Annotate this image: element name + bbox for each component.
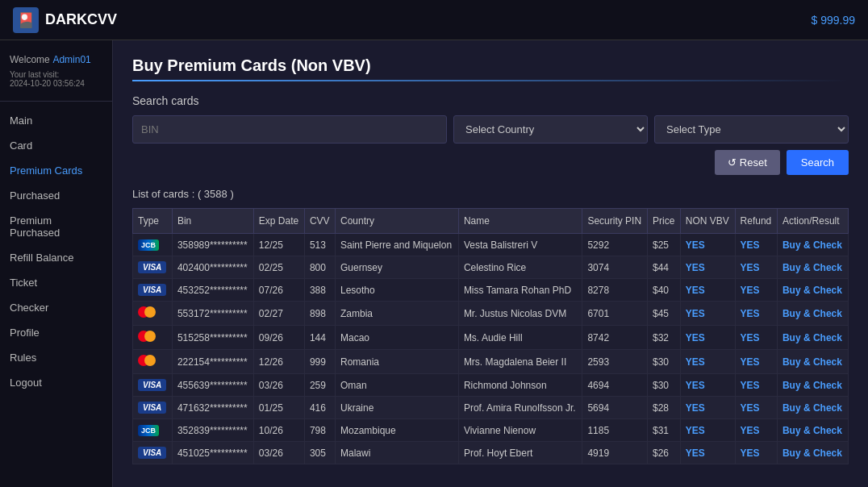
nonvbv-badge: YES [686, 262, 705, 273]
cell-name: Prof. Hoyt Ebert [458, 442, 582, 464]
cell-name: Ms. Audie Hill [458, 326, 582, 350]
nonvbv-badge: YES [686, 402, 705, 414]
cell-exp-date: 03/26 [253, 374, 304, 397]
visa-logo: VISA [138, 447, 166, 459]
buy-check-button[interactable]: Buy & Check [782, 239, 842, 251]
country-select[interactable]: Select Country [453, 115, 648, 144]
cell-exp-date: 12/26 [253, 350, 304, 374]
search-section-title: Search cards [132, 94, 849, 107]
cell-price: $45 [647, 302, 680, 326]
cell-security-pin: 5694 [582, 397, 648, 419]
sidebar-item-ticket[interactable]: Ticket [0, 270, 112, 295]
cell-bin: 402400********** [172, 256, 253, 279]
refund-badge: YES [741, 356, 760, 368]
cell-security-pin: 4919 [582, 442, 648, 464]
list-info: List of cards : ( 3588 ) [132, 188, 849, 200]
col-header-refund: Refund [735, 209, 777, 234]
cell-security-pin: 1185 [582, 419, 648, 442]
sidebar-item-refill-balance[interactable]: Refill Balance [0, 245, 112, 270]
sidebar-item-rules[interactable]: Rules [0, 345, 112, 370]
buy-check-button[interactable]: Buy & Check [782, 447, 842, 459]
cell-price: $30 [647, 350, 680, 374]
table-row: 222154**********12/26999RomaniaMrs. Magd… [133, 350, 849, 374]
sidebar-welcome: Welcome Admin01 [10, 53, 102, 65]
buy-check-button[interactable]: Buy & Check [782, 380, 842, 391]
cell-exp-date: 12/25 [253, 234, 304, 256]
refund-badge: YES [741, 380, 760, 391]
table-header: TypeBinExp DateCVVCountryNameSecurity PI… [133, 209, 849, 234]
card-type-cell [133, 302, 173, 326]
nonvbv-badge: YES [686, 380, 705, 391]
reset-button[interactable]: ↺ Reset [715, 150, 780, 175]
nonvbv-badge: YES [686, 425, 705, 436]
cell-name: Celestino Rice [458, 256, 582, 279]
cell-country: Lesotho [336, 279, 459, 302]
refund-badge: YES [741, 447, 760, 459]
cell-name: Mr. Justus Nicolas DVM [458, 302, 582, 326]
buy-check-button[interactable]: Buy & Check [782, 425, 842, 436]
page-title-underline [132, 80, 849, 81]
cell-cvv: 898 [304, 302, 335, 326]
sidebar-item-premium-purchased[interactable]: Premium Purchased [0, 208, 112, 245]
table-row: VISA471632**********01/25416UkraineProf.… [133, 397, 849, 419]
cell-bin: 222154********** [172, 350, 253, 374]
table-row: VISA402400**********02/25800GuernseyCele… [133, 256, 849, 279]
jcb-logo: JCB [138, 425, 159, 436]
cell-name: Vivianne Nienow [458, 419, 582, 442]
cell-cvv: 388 [304, 279, 335, 302]
buy-check-button[interactable]: Buy & Check [782, 402, 842, 414]
cell-country: Macao [336, 326, 459, 350]
sidebar-item-profile[interactable]: Profile [0, 320, 112, 345]
cards-table: TypeBinExp DateCVVCountryNameSecurity PI… [132, 208, 849, 464]
sidebar-item-purchased[interactable]: Purchased [0, 183, 112, 208]
layout: Welcome Admin01 Your last visit: 2024-10… [0, 40, 868, 487]
cell-security-pin: 6701 [582, 302, 648, 326]
col-header-type: Type [133, 209, 173, 234]
cell-cvv: 800 [304, 256, 335, 279]
sidebar-item-checker[interactable]: Checker [0, 295, 112, 320]
table-row: VISA453252**********07/26388LesothoMiss … [133, 279, 849, 302]
mc-circle-right [144, 331, 156, 342]
card-type-cell: VISA [133, 374, 173, 397]
cell-exp-date: 10/26 [253, 419, 304, 442]
buy-check-button[interactable]: Buy & Check [782, 285, 842, 296]
buy-check-button[interactable]: Buy & Check [782, 356, 842, 368]
cell-country: Zambia [336, 302, 459, 326]
nonvbv-badge: YES [686, 356, 705, 368]
cell-name: Mrs. Magdalena Beier II [458, 350, 582, 374]
sidebar-item-card[interactable]: Card [0, 133, 112, 158]
col-header-security-pin: Security PIN [582, 209, 648, 234]
welcome-label: Welcome [10, 54, 50, 65]
card-type-cell: VISA [133, 256, 173, 279]
bin-input[interactable] [132, 115, 447, 144]
brand-name: DARKCVV [45, 11, 117, 28]
cell-exp-date: 07/26 [253, 279, 304, 302]
col-header-action/result: Action/Result [777, 209, 848, 234]
buy-check-button[interactable]: Buy & Check [782, 308, 842, 319]
card-type-cell [133, 326, 173, 350]
cell-bin: 553172********** [172, 302, 253, 326]
sidebar-item-premium-cards[interactable]: Premium Cards [0, 158, 112, 183]
sidebar-item-logout[interactable]: Logout [0, 370, 112, 395]
buy-check-button[interactable]: Buy & Check [782, 332, 842, 343]
cell-security-pin: 8742 [582, 326, 648, 350]
cell-price: $40 [647, 279, 680, 302]
cell-price: $28 [647, 397, 680, 419]
mc-logo [138, 331, 156, 342]
cell-country: Oman [336, 374, 459, 397]
buy-check-button[interactable]: Buy & Check [782, 262, 842, 273]
col-header-country: Country [336, 209, 459, 234]
cell-country: Mozambique [336, 419, 459, 442]
sidebar-item-main[interactable]: Main [0, 108, 112, 133]
cell-bin: 515258********** [172, 326, 253, 350]
cell-security-pin: 2593 [582, 350, 648, 374]
card-type-cell: VISA [133, 279, 173, 302]
sidebar-nav: MainCardPremium CardsPurchasedPremium Pu… [0, 108, 112, 395]
search-button[interactable]: Search [787, 150, 849, 175]
cell-cvv: 259 [304, 374, 335, 397]
cell-bin: 453252********** [172, 279, 253, 302]
cell-cvv: 798 [304, 419, 335, 442]
table-body: JCB358989**********12/25513Saint Pierre … [133, 234, 849, 464]
type-select[interactable]: Select Type [654, 115, 849, 144]
main-content: Buy Premium Cards (Non VBV) Search cards… [113, 40, 868, 487]
